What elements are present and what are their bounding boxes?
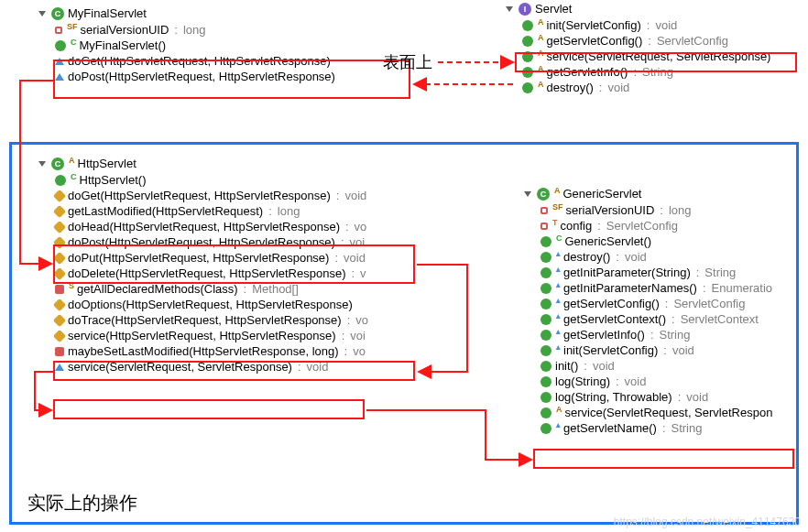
list-item[interactable]: CGenericServlet() [524,233,772,249]
interface-icon [519,3,531,16]
method-public-icon [522,36,533,47]
member-return: void [625,375,647,388]
member-name: doHead(HttpServletRequest, HttpServletRe… [68,220,340,233]
chevron-down-icon[interactable] [38,161,46,167]
list-item[interactable]: Adestroy():void [506,80,770,95]
member-return: vo [353,344,366,358]
separator: : [645,18,652,32]
list-item[interactable]: SFserialVersionUID:long [38,22,335,38]
separator: : [582,359,589,373]
override-sup: ▴ [556,296,561,305]
list-item[interactable]: Tconfig:ServletConfig [524,218,772,233]
method-public-icon [540,407,551,418]
method-protected-icon [53,189,66,201]
list-item[interactable]: ▴getInitParameter(String):String [524,265,772,280]
list-item[interactable]: init():void [524,358,772,374]
member-name: getInitParameterNames() [563,281,697,295]
separator: : [694,266,702,279]
member-return: long [669,203,692,217]
override-sup: ▴ [556,311,561,320]
separator: : [670,312,677,326]
method-public-icon [540,236,551,247]
member-name: init() [555,359,578,373]
list-item[interactable]: ▴getServletInfo():String [524,327,772,342]
abstract-sup: A [538,80,544,89]
field-icon [540,223,548,230]
member-return: void [672,343,694,357]
separator: : [676,390,683,404]
list-item[interactable]: ▴destroy():void [524,249,772,265]
member-return: void [686,390,708,404]
chevron-down-icon[interactable] [38,11,46,16]
genericservlet-pane: A GenericServlet SFserialVersionUID:long… [524,187,772,436]
watermark: https://blog.csdn.net/weixin_41147630 [614,516,801,528]
member-name: service(HttpServletRequest, HttpServletR… [68,329,336,342]
member-return: long [183,23,206,37]
list-item[interactable]: log(String):void [524,374,772,389]
list-item[interactable]: ▴getServletName():String [524,420,772,436]
member-name: getServletConfig() [547,34,643,48]
abstract-sup: A [538,33,544,42]
override-sup: ▴ [556,327,561,336]
separator: : [267,204,274,218]
member-name: config [561,219,593,233]
member-name: MyFinalServlet() [80,38,167,52]
highlight-hs-dopost-doput [53,244,415,284]
separator: : [614,250,621,264]
member-name: getServletConfig() [563,297,660,310]
list-item[interactable]: Aservice(ServletRequest, ServletRespon [524,405,772,420]
separator: : [661,343,669,357]
static-final-sup: SF [552,202,563,212]
list-item[interactable]: log(String, Throwable):void [524,389,772,405]
list-item[interactable]: AgetServletConfig():ServletConfig [506,33,770,49]
class-header[interactable]: Servlet [506,2,770,16]
member-name: init(ServletConfig) [547,18,641,32]
member-return: String [704,266,736,279]
method-public-icon [540,361,551,372]
chevron-down-icon[interactable] [506,6,513,12]
class-icon [51,157,64,170]
member-return: ServletContext [681,312,759,326]
list-item[interactable]: getLastModified(HttpServletRequest):long [38,203,368,219]
member-return: vo [355,220,367,233]
list-item[interactable]: CHttpServlet() [38,172,368,188]
list-item[interactable]: Ainit(ServletConfig):void [506,17,770,33]
separator: : [344,220,351,233]
class-header[interactable]: A GenericServlet [524,187,772,201]
member-name: serialVersionUID [81,23,169,37]
separator: : [614,375,621,388]
separator: : [172,23,180,37]
list-item[interactable]: doGet(HttpServletRequest, HttpServletRes… [38,188,368,203]
method-public-icon [540,267,551,278]
field-icon [540,207,548,214]
abstract-sup: A [69,156,75,165]
member-return: ServletConfig [606,219,678,233]
list-item[interactable]: ▴getServletConfig():ServletConfig [524,296,772,311]
list-item[interactable]: CMyFinalServlet() [38,38,335,53]
abstract-sup: A [538,17,544,27]
list-item[interactable]: doTrace(HttpServletRequest, HttpServletR… [38,312,368,328]
list-item[interactable]: service(HttpServletRequest, HttpServletR… [38,328,368,343]
list-item[interactable]: ▴init(ServletConfig):void [524,342,772,358]
list-item[interactable]: ▴getInitParameterNames():Enumeratio [524,280,772,296]
class-header[interactable]: A HttpServlet [38,157,368,170]
class-header[interactable]: MyFinalServlet [38,6,335,20]
class-name: Servlet [535,2,572,16]
member-name: getInitParameter(String) [563,266,691,279]
chevron-down-icon[interactable] [524,191,531,197]
method-public-icon [540,283,551,294]
constructor-sup: C [71,38,77,47]
list-item[interactable]: doHead(HttpServletRequest, HttpServletRe… [38,219,368,234]
separator: : [597,81,605,94]
list-item[interactable]: ▴getServletContext():ServletContext [524,311,772,327]
list-item[interactable]: doOptions(HttpServletRequest, HttpServle… [38,297,368,312]
list-item[interactable]: SFserialVersionUID:long [524,202,772,218]
separator: : [340,329,347,342]
method-public-icon [540,252,551,263]
member-return: voi [350,329,366,342]
separator: : [334,189,342,202]
list-item[interactable]: maybeSetLastModified(HttpServletResponse… [38,343,368,359]
method-public-icon [540,345,551,356]
member-return: long [278,204,300,218]
member-name: log(String, Throwable) [555,390,672,404]
